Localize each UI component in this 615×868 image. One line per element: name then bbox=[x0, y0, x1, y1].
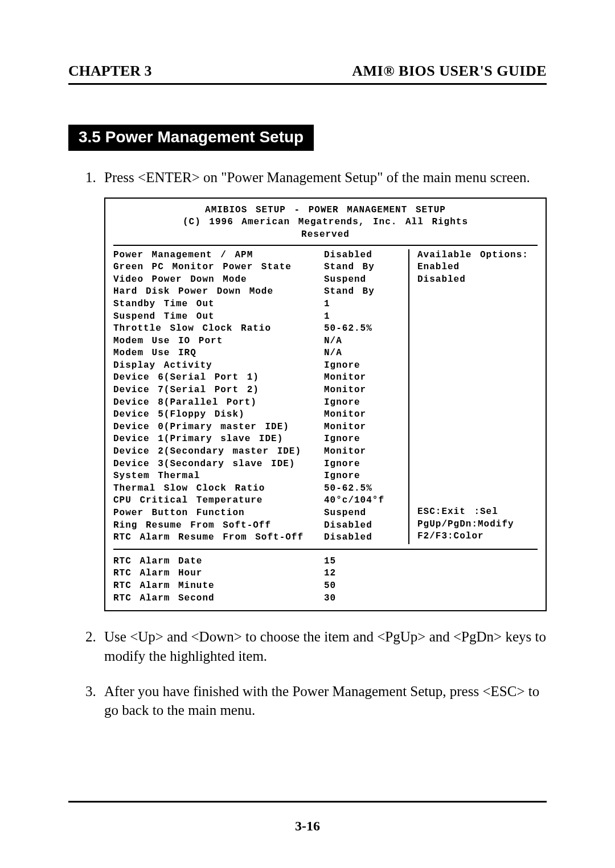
bios-screen: AMIBIOS SETUP - POWER MANAGEMENT SETUP (… bbox=[104, 198, 547, 611]
instruction-text: Press <ENTER> on "Power Management Setup… bbox=[104, 170, 530, 185]
instruction-text: Use <Up> and <Down> to choose the item a… bbox=[104, 629, 546, 664]
bios-item-label: RTC Alarm Resume From Soft-Off bbox=[113, 532, 324, 544]
bios-title: AMIBIOS SETUP - POWER MANAGEMENT SETUP (… bbox=[113, 204, 538, 246]
bios-item-label: Modem Use IRQ bbox=[113, 347, 324, 360]
bios-hint-line: ESC:Exit :Sel bbox=[417, 506, 538, 519]
section-heading-wrap: 3.5 Power Management Setup bbox=[68, 125, 547, 151]
section-heading: 3.5 Power Management Setup bbox=[68, 125, 314, 151]
bios-rtc-label: RTC Alarm Second bbox=[113, 593, 324, 605]
bios-item-value: Monitor bbox=[324, 421, 404, 434]
bios-item-label: Green PC Monitor Power State bbox=[113, 261, 324, 274]
bios-rtc-block: RTC Alarm Date RTC Alarm Hour RTC Alarm … bbox=[113, 556, 538, 610]
bios-item-value: Ignore bbox=[324, 397, 404, 409]
bios-rtc-value: 15 bbox=[324, 556, 404, 568]
bios-item-value: Ignore bbox=[324, 433, 404, 446]
bios-hint-line: PgUp/PgDn:Modify bbox=[417, 519, 538, 531]
bios-item-label: Device 6(Serial Port 1) bbox=[113, 372, 324, 384]
guide-title: AMI® BIOS USER'S GUIDE bbox=[352, 63, 547, 80]
bios-key-hints: ESC:Exit :Sel PgUp/PgDn:Modify F2/F3:Col… bbox=[417, 506, 538, 543]
bios-item-label: Device 1(Primary slave IDE) bbox=[113, 433, 324, 446]
bios-item-label: Device 8(Parallel Port) bbox=[113, 397, 324, 409]
bios-side-line: Enabled bbox=[417, 261, 538, 274]
bios-item-value: Monitor bbox=[324, 409, 404, 421]
bios-item-label: Ring Resume From Soft-Off bbox=[113, 520, 324, 532]
bios-item-label: Device 7(Serial Port 2) bbox=[113, 384, 324, 397]
bios-item-value: Monitor bbox=[324, 372, 404, 384]
bios-rtc-label: RTC Alarm Date bbox=[113, 556, 324, 568]
bios-item-value: 50-62.5% bbox=[324, 483, 404, 495]
bios-item-label: Device 3(Secondary slave IDE) bbox=[113, 458, 324, 471]
bios-item-label: System Thermal bbox=[113, 470, 324, 483]
bios-item-label: Modem Use IO Port bbox=[113, 335, 324, 348]
bios-item-label: Device 5(Floppy Disk) bbox=[113, 409, 324, 421]
bios-title-line2: (C) 1996 American Megatrends, Inc. All R… bbox=[113, 216, 538, 229]
bios-item-value: 1 bbox=[324, 311, 404, 323]
bios-item-value: Ignore bbox=[324, 458, 404, 471]
bios-item-value: Suspend bbox=[324, 507, 404, 520]
bios-item-value: Stand By bbox=[324, 286, 404, 298]
bios-item-label: Suspend Time Out bbox=[113, 311, 324, 323]
bios-hint-line: F2/F3:Color bbox=[417, 530, 538, 543]
chapter-label: CHAPTER 3 bbox=[68, 63, 152, 80]
bios-item-value: Monitor bbox=[324, 384, 404, 397]
bios-available-options: Available Options: Enabled Disabled bbox=[417, 249, 538, 286]
bios-side-line: Disabled bbox=[417, 274, 538, 286]
bios-item-value: Ignore bbox=[324, 470, 404, 483]
bios-item-value: Disabled bbox=[324, 520, 404, 532]
bios-item-value: 1 bbox=[324, 298, 404, 311]
bios-item-label: CPU Critical Temperature bbox=[113, 495, 324, 507]
bios-rtc-label: RTC Alarm Hour bbox=[113, 567, 324, 580]
bios-rtc-value: 30 bbox=[324, 593, 404, 605]
bios-item-label: Display Activity bbox=[113, 360, 324, 372]
bios-side-panel: Available Options: Enabled Disabled ESC:… bbox=[409, 249, 538, 544]
instruction-text: After you have finished with the Power M… bbox=[104, 684, 539, 718]
instruction-list: Press <ENTER> on "Power Management Setup… bbox=[68, 168, 547, 736]
bios-item-label: Power Management / APM bbox=[113, 249, 324, 262]
bios-rtc-value: 12 bbox=[324, 567, 404, 580]
bios-item-label: Standby Time Out bbox=[113, 298, 324, 311]
bios-item-value: Disabled bbox=[324, 532, 404, 544]
bios-item-value: N/A bbox=[324, 335, 404, 348]
bios-title-line1: AMIBIOS SETUP - POWER MANAGEMENT SETUP bbox=[113, 204, 538, 217]
page-header: CHAPTER 3 AMI® BIOS USER'S GUIDE bbox=[68, 63, 547, 85]
bios-item-value: Monitor bbox=[324, 446, 404, 458]
bios-item-label: Device 0(Primary master IDE) bbox=[113, 421, 324, 434]
bios-item-label: Hard Disk Power Down Mode bbox=[113, 286, 324, 298]
bios-item-label: Device 2(Secondary master IDE) bbox=[113, 446, 324, 458]
instruction-step-2: Use <Up> and <Down> to choose the item a… bbox=[100, 627, 547, 666]
bios-rtc-value: 50 bbox=[324, 580, 404, 593]
bios-item-label: Power Button Function bbox=[113, 507, 324, 520]
bios-rtc-label: RTC Alarm Minute bbox=[113, 580, 324, 593]
footer-divider bbox=[68, 801, 547, 803]
page-number: 3-16 bbox=[68, 818, 547, 834]
bios-item-value: Suspend bbox=[324, 274, 404, 286]
bios-side-line: Available Options: bbox=[417, 249, 538, 262]
bios-item-value: Ignore bbox=[324, 360, 404, 372]
bios-title-line3: Reserved bbox=[113, 229, 538, 241]
bios-item-label: Throttle Slow Clock Ratio bbox=[113, 323, 324, 335]
instruction-step-1: Press <ENTER> on "Power Management Setup… bbox=[100, 168, 547, 611]
bios-item-value: 50-62.5% bbox=[324, 323, 404, 335]
bios-rtc-values: 15 12 50 30 bbox=[324, 556, 408, 604]
bios-item-value: N/A bbox=[324, 347, 404, 360]
bios-item-label: Thermal Slow Clock Ratio bbox=[113, 483, 324, 495]
bios-item-value: Stand By bbox=[324, 261, 404, 274]
bios-rtc-labels: RTC Alarm Date RTC Alarm Hour RTC Alarm … bbox=[113, 556, 324, 604]
bios-item-values: Disabled Stand By Suspend Stand By 1 1 5… bbox=[324, 249, 409, 544]
instruction-step-3: After you have finished with the Power M… bbox=[100, 682, 547, 721]
bios-item-labels: Power Management / APM Green PC Monitor … bbox=[113, 249, 324, 544]
bios-item-label: Video Power Down Mode bbox=[113, 274, 324, 286]
bios-item-value: 40°c/104°f bbox=[324, 495, 404, 507]
bios-main-area: Power Management / APM Green PC Monitor … bbox=[113, 249, 538, 550]
bios-item-value: Disabled bbox=[324, 249, 404, 262]
